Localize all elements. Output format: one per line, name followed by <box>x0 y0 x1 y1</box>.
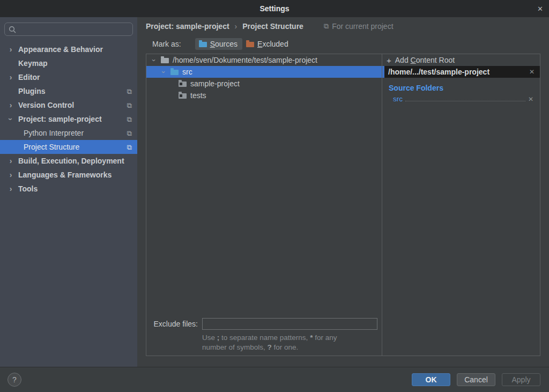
tree-row-label: /home/sven/Dokumente/test/sample-project <box>173 56 317 64</box>
settings-search-field[interactable] <box>4 23 133 36</box>
sidebar-item-label: Tools <box>18 184 38 193</box>
exclude-files-section: Exclude files: Use ; to separate name pa… <box>146 318 377 352</box>
chevron-right-icon: › <box>8 46 14 53</box>
per-project-config-icon: ⧉ <box>127 116 132 123</box>
exclude-files-label: Exclude files: <box>146 320 198 328</box>
per-project-config-icon: ⧉ <box>127 130 132 137</box>
remove-content-root-icon[interactable]: ✕ <box>529 69 535 75</box>
exclude-files-hint: Use ; to separate name patterns, * for a… <box>202 333 377 352</box>
sidebar-item-label: Editor <box>18 73 40 82</box>
apply-button[interactable]: Apply <box>502 373 540 386</box>
per-project-config-icon: ⧉ <box>127 88 132 95</box>
tree-row-tests[interactable]: tests <box>146 90 382 101</box>
sidebar-item-label: Plugins <box>18 87 46 95</box>
search-icon <box>9 26 16 33</box>
sources-button-label: Sources <box>210 40 238 48</box>
dialog-title: Settings <box>259 4 289 13</box>
sidebar-item-label: Python Interpreter <box>24 129 84 137</box>
sidebar-item-label: Appearance & Behavior <box>18 45 103 54</box>
add-content-root-button[interactable]: + Add Content Root <box>382 54 540 66</box>
chevron-right-icon: › <box>8 157 14 165</box>
sidebar-item-tools[interactable]: › Tools <box>0 182 137 196</box>
excluded-button-label: Excluded <box>257 40 288 48</box>
settings-sidebar: › Appearance & Behavior Keymap › Editor … <box>0 17 137 367</box>
source-folder-icon <box>170 70 179 75</box>
chevron-right-icon: › <box>8 185 14 193</box>
mark-as-excluded-button[interactable]: Excluded <box>242 38 293 50</box>
chevron-down-icon: › <box>7 116 14 122</box>
content-root-details-panel: + Add Content Root /home/.../test/sample… <box>382 54 540 356</box>
chevron-right-icon: › <box>8 171 14 179</box>
content-roots-tree: › /home/sven/Dokumente/test/sample-proje… <box>146 54 382 356</box>
exclude-files-input[interactable] <box>202 318 377 330</box>
per-project-config-icon: ⧉ <box>127 144 132 151</box>
sidebar-item-label: Build, Execution, Deployment <box>18 157 124 165</box>
search-input[interactable] <box>19 25 129 34</box>
sidebar-item-label: Keymap <box>18 59 47 68</box>
breadcrumb-separator-icon: › <box>235 22 238 31</box>
chevron-down-icon[interactable]: › <box>150 57 158 63</box>
sidebar-item-editor[interactable]: › Editor <box>0 70 137 84</box>
tree-row-content-root[interactable]: › /home/sven/Dokumente/test/sample-proje… <box>146 54 382 66</box>
content-root-item[interactable]: /home/.../test/sample-project ✕ <box>382 66 540 78</box>
sidebar-item-plugins[interactable]: Plugins ⧉ <box>0 84 137 98</box>
folder-icon <box>179 82 187 87</box>
mark-as-label: Mark as: <box>152 40 181 48</box>
tree-row-label: sample-project <box>190 79 240 88</box>
sidebar-item-project-structure[interactable]: Project Structure ⧉ <box>0 140 137 154</box>
plus-icon: + <box>387 56 391 64</box>
sidebar-item-keymap[interactable]: Keymap <box>0 56 137 70</box>
folder-icon <box>179 93 187 99</box>
for-current-project-note: ⧉ For current project <box>324 22 394 31</box>
remove-source-folder-icon[interactable]: ✕ <box>528 96 533 102</box>
breadcrumb-project[interactable]: Project: sample-project <box>146 22 229 31</box>
source-folder-icon <box>199 42 207 47</box>
excluded-folder-icon <box>246 42 254 47</box>
folder-icon <box>161 58 169 63</box>
chevron-right-icon: › <box>8 73 14 81</box>
per-project-config-icon: ⧉ <box>127 102 132 109</box>
mark-as-toolbar: Mark as: Sources Excluded <box>137 35 549 53</box>
source-folders-heading: Source Folders <box>389 84 540 92</box>
source-folder-item[interactable]: src ✕ <box>393 95 533 103</box>
content-root-path: /home/.../test/sample-project <box>388 68 489 76</box>
dialog-titlebar: Settings ✕ <box>0 0 549 17</box>
sidebar-item-languages-frameworks[interactable]: › Languages & Frameworks <box>0 168 137 182</box>
sidebar-item-label: Project Structure <box>24 143 79 151</box>
sidebar-item-project-sample-project[interactable]: › Project: sample-project ⧉ <box>0 112 137 126</box>
sidebar-item-build-execution-deployment[interactable]: › Build, Execution, Deployment <box>0 154 137 168</box>
settings-main-panel: Project: sample-project › Project Struct… <box>137 17 549 367</box>
tree-row-label: tests <box>190 91 206 100</box>
sidebar-item-version-control[interactable]: › Version Control ⧉ <box>0 98 137 112</box>
tree-row-sample-project[interactable]: sample-project <box>146 78 382 90</box>
context-note-label: For current project <box>332 22 393 31</box>
mark-as-sources-button[interactable]: Sources <box>195 38 242 50</box>
sidebar-item-python-interpreter[interactable]: Python Interpreter ⧉ <box>0 126 137 140</box>
per-project-config-icon: ⧉ <box>324 22 329 31</box>
ok-button[interactable]: OK <box>412 373 450 386</box>
dialog-footer: ? OK Cancel Apply <box>0 367 549 392</box>
close-icon[interactable]: ✕ <box>537 5 543 12</box>
project-structure-box: › /home/sven/Dokumente/test/sample-proje… <box>146 54 540 356</box>
sidebar-item-label: Languages & Frameworks <box>18 171 112 179</box>
breadcrumb: Project: sample-project › Project Struct… <box>137 17 549 35</box>
cancel-button[interactable]: Cancel <box>457 373 495 386</box>
tree-row-src[interactable]: › src <box>146 66 382 78</box>
chevron-down-icon[interactable]: › <box>160 69 168 75</box>
sidebar-item-label: Version Control <box>18 101 74 109</box>
tree-row-label: src <box>182 68 192 76</box>
source-folder-name: src <box>393 95 403 103</box>
chevron-right-icon: › <box>8 101 14 109</box>
breadcrumb-page: Project Structure <box>242 22 303 31</box>
help-button[interactable]: ? <box>8 373 21 387</box>
sidebar-item-label: Project: sample-project <box>18 115 102 123</box>
add-content-root-label: Add Content Root <box>395 56 455 64</box>
sidebar-item-appearance-behavior[interactable]: › Appearance & Behavior <box>0 42 137 56</box>
dotted-leader <box>405 95 525 101</box>
